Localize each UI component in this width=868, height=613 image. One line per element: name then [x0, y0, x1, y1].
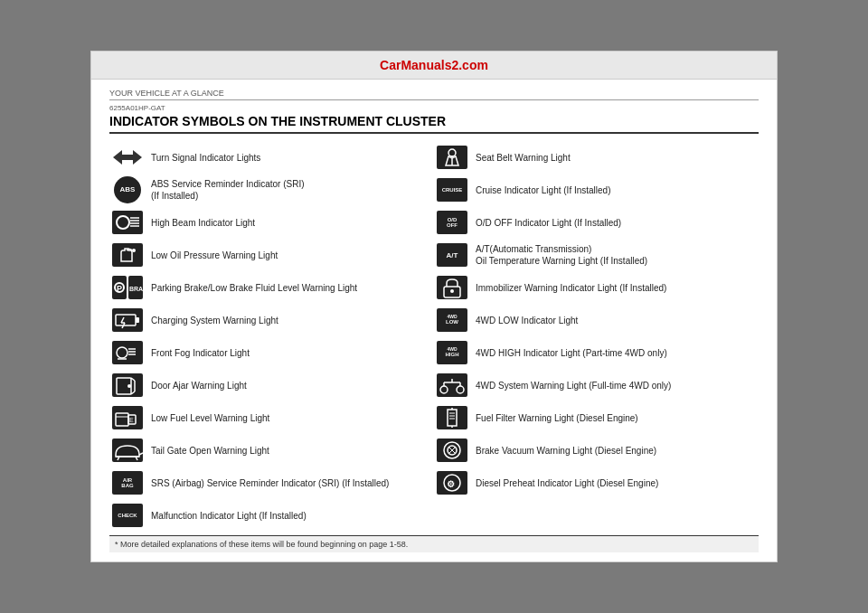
- indicator-4wd-high: 4WD HIGH 4WD HIGH Indicator Light (Part-…: [434, 336, 759, 369]
- indicator-abs: ABS ABS Service Reminder Indicator (SRI)…: [109, 174, 434, 206]
- banner-text: CarManuals2.com: [380, 58, 488, 72]
- srs-text: SRS (Airbag) Service Reminder Indicator …: [151, 477, 389, 489]
- parking-brake-icon: P BRAKE: [112, 276, 143, 299]
- 4wd-system-icon: [437, 373, 467, 397]
- indicator-cruise: CRUISE Cruise Indicator Light (If Instal…: [434, 174, 759, 206]
- immobilizer-text: Immobilizer Warning Indicator Light (If …: [476, 282, 666, 294]
- low-oil-icon-box: [111, 242, 144, 268]
- main-title: INDICATOR SYMBOLS ON THE INSTRUMENT CLUS…: [109, 114, 759, 134]
- at-temp-icon-box: A/T: [436, 242, 468, 268]
- diesel-preheat-icon: ⚙: [437, 471, 467, 495]
- door-ajar-icon-box: [111, 373, 144, 398]
- indicator-od-off: O/D OFF O/D OFF Indicator Light (If Inst…: [434, 206, 759, 239]
- doc-code: 6255A01HP-GAT: [109, 104, 759, 112]
- seat-belt-icon: [437, 146, 467, 169]
- top-banner: CarManuals2.com: [91, 52, 777, 80]
- indicator-turn-signal: Turn Signal Indicator Lights: [109, 141, 434, 174]
- right-column: Seat Belt Warning Light CRUISE Cruise In…: [434, 141, 759, 532]
- front-fog-text: Front Fog Indicator Light: [151, 347, 250, 359]
- svg-point-9: [132, 249, 136, 252]
- turn-signal-text: Turn Signal Indicator Lights: [151, 152, 260, 164]
- immobilizer-icon-box: [436, 275, 468, 300]
- indicator-door-ajar: Door Ajar Warning Light: [109, 369, 434, 401]
- diesel-preheat-text: Diesel Preheat Indicator Light (Diesel E…: [476, 477, 658, 489]
- section-header-line: YOUR VEHICLE AT A GLANCE: [109, 89, 759, 100]
- svg-point-48: [450, 289, 454, 293]
- indicator-immobilizer: Immobilizer Warning Indicator Light (If …: [434, 271, 759, 304]
- 4wd-low-text: 4WD LOW Indicator Light: [476, 315, 578, 326]
- charging-text: Charging System Warning Light: [151, 315, 278, 326]
- at-temp-icon: A/T: [437, 243, 467, 267]
- svg-point-32: [127, 384, 131, 388]
- abs-text: ABS Service Reminder Indicator (SRI) (If…: [151, 178, 305, 202]
- section-label: YOUR VEHICLE AT A GLANCE: [109, 89, 759, 100]
- od-off-text: O/D OFF Indicator Light (If Installed): [476, 217, 621, 229]
- svg-text:E: E: [129, 417, 134, 423]
- 4wd-low-icon-box: 4WD LOW: [436, 307, 468, 333]
- fuel-filter-icon-box: [436, 405, 468, 430]
- abs-icon: ABS: [114, 176, 141, 203]
- svg-rect-49: [437, 373, 467, 397]
- low-fuel-text: Low Fuel Level Warning Light: [151, 412, 269, 424]
- low-oil-text: Low Oil Pressure Warning Light: [151, 250, 278, 261]
- indicator-diesel-preheat: ⚙ Diesel Preheat Indicator Light (Diesel…: [434, 467, 759, 499]
- footer-note-text: * More detailed explanations of these it…: [115, 540, 408, 549]
- brake-vacuum-text: Brake Vacuum Warning Light (Diesel Engin…: [476, 445, 656, 457]
- turn-signal-icon-box: [111, 145, 144, 170]
- od-off-icon-box: O/D OFF: [436, 210, 468, 235]
- high-beam-icon-box: [111, 210, 144, 235]
- page-container: CarManuals2.com YOUR VEHICLE AT A GLANCE…: [90, 51, 778, 562]
- od-off-icon: O/D OFF: [437, 211, 467, 234]
- indicator-charging: Charging System Warning Light: [109, 304, 434, 336]
- turn-signal-icon: [111, 146, 144, 169]
- charging-icon-box: [111, 307, 144, 333]
- indicator-srs: AIR BAG SRS (Airbag) Service Reminder In…: [109, 467, 434, 499]
- low-oil-icon: [112, 243, 143, 267]
- low-fuel-icon-box: E: [111, 405, 144, 430]
- indicator-fuel-filter: Fuel Filter Warning Light (Diesel Engine…: [434, 401, 759, 434]
- door-ajar-text: Door Ajar Warning Light: [151, 380, 247, 391]
- high-beam-icon: [112, 211, 143, 234]
- footer-note: * More detailed explanations of these it…: [109, 535, 759, 552]
- abs-icon-box: ABS: [111, 177, 144, 203]
- 4wd-high-icon: 4WD HIGH: [437, 341, 467, 364]
- 4wd-system-text: 4WD System Warning Light (Full-time 4WD …: [476, 380, 671, 391]
- tail-gate-text: Tail Gate Open Warning Light: [151, 445, 269, 457]
- low-fuel-icon: E: [112, 406, 143, 429]
- left-column: Turn Signal Indicator Lights ABS ABS Ser…: [109, 141, 434, 532]
- svg-text:BRAKE: BRAKE: [129, 286, 143, 292]
- indicator-low-fuel: E Low Fuel Level Warning Light: [109, 401, 434, 434]
- at-temp-text: A/T(Automatic Transmission) Oil Temperat…: [476, 243, 647, 267]
- indicator-4wd-system: 4WD System Warning Light (Full-time 4WD …: [434, 369, 759, 401]
- 4wd-high-icon-box: 4WD HIGH: [436, 340, 468, 365]
- svg-text:P: P: [117, 284, 122, 293]
- malfunction-icon: CHECK: [112, 504, 143, 527]
- indicator-low-oil: Low Oil Pressure Warning Light: [109, 239, 434, 271]
- indicator-front-fog: Front Fog Indicator Light: [109, 336, 434, 369]
- seat-belt-icon-box: [436, 145, 468, 170]
- indicator-parking-brake: P BRAKE Parking Brake/Low Brake Fluid Le…: [109, 271, 434, 304]
- brake-vacuum-icon-box: [436, 438, 468, 463]
- srs-icon: AIR BAG: [112, 471, 143, 495]
- door-ajar-icon: [112, 373, 143, 397]
- indicator-tail-gate: Tail Gate Open Warning Light: [109, 434, 434, 467]
- indicator-brake-vacuum: Brake Vacuum Warning Light (Diesel Engin…: [434, 434, 759, 467]
- 4wd-system-icon-box: [436, 373, 468, 398]
- content-area: YOUR VEHICLE AT A GLANCE 6255A01HP-GAT I…: [91, 80, 777, 561]
- svg-rect-8: [112, 243, 143, 267]
- malfunction-icon-box: CHECK: [111, 503, 144, 528]
- 4wd-low-icon: 4WD LOW: [437, 308, 467, 332]
- srs-icon-box: AIR BAG: [111, 470, 144, 495]
- immobilizer-icon: [437, 276, 467, 299]
- cruise-icon: CRUISE: [437, 178, 467, 202]
- svg-rect-17: [136, 317, 139, 323]
- tail-gate-icon-box: [111, 438, 144, 463]
- front-fog-icon: [112, 341, 143, 364]
- cruise-icon-box: CRUISE: [436, 177, 468, 203]
- indicator-4wd-low: 4WD LOW 4WD LOW Indicator Light: [434, 304, 759, 336]
- malfunction-text: Malfunction Indicator Light (If Installe…: [151, 510, 307, 522]
- high-beam-text: High Beam Indicator Light: [151, 217, 255, 229]
- indicator-high-beam: High Beam Indicator Light: [109, 206, 434, 239]
- charging-icon: [112, 308, 143, 332]
- svg-marker-1: [126, 150, 142, 165]
